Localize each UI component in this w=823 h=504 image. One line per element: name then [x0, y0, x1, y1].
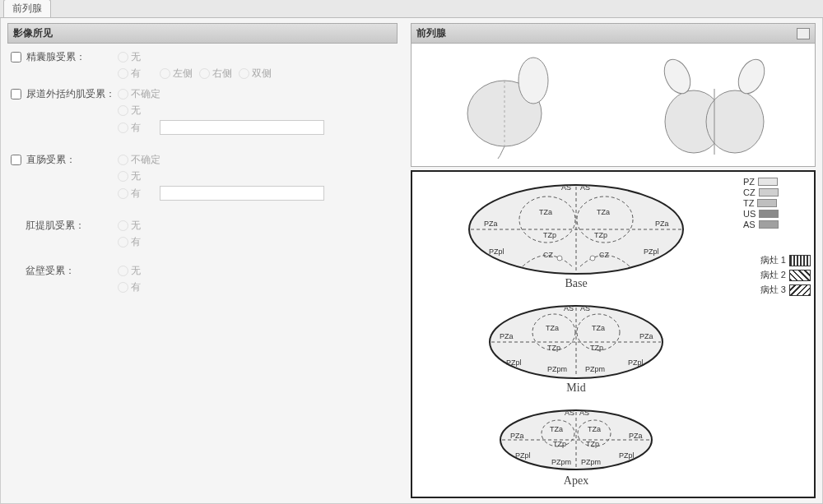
svg-text:PZa: PZa [639, 332, 653, 340]
left-panel: 影像所见 精囊腺受累： 无 有 左侧 右侧 双侧 [1, 18, 404, 503]
radio-side-left[interactable]: 左侧 [160, 67, 193, 81]
svg-text:TZp: TZp [594, 231, 607, 239]
text-input-rectum[interactable] [160, 186, 324, 201]
radio-option[interactable]: 无 [118, 219, 141, 233]
label-text: 尿道外括约肌受累： [26, 87, 115, 101]
radio-option[interactable]: 无 [118, 169, 324, 183]
row-label: 盆壁受累： [11, 264, 118, 278]
section-base[interactable]: AS AS TZa TZa PZa PZa TZp TZp CZ CZ PZpl… [461, 180, 691, 292]
preview-thumbnails [411, 44, 816, 167]
swatch [758, 178, 778, 186]
svg-text:TZp: TZp [543, 231, 556, 239]
checkbox-urethral-sphincter[interactable] [11, 89, 21, 99]
svg-text:TZa: TZa [592, 324, 605, 332]
legend-as: AS [743, 220, 811, 229]
svg-text:CZ: CZ [543, 251, 553, 259]
legend-cz: CZ [743, 187, 811, 197]
legend-pz: PZ [743, 177, 811, 187]
radio-side-both[interactable]: 双侧 [239, 67, 272, 81]
radio-side-right[interactable]: 右侧 [199, 67, 232, 81]
lesion-legend: 病灶 1 病灶 2 病灶 3 [743, 254, 811, 296]
radio-option[interactable]: 不确定 [118, 153, 324, 167]
side-options: 左侧 右侧 双侧 [160, 67, 272, 81]
radio-option[interactable]: 无 [118, 104, 324, 118]
row-seminal-vesicle: 精囊腺受累： 无 有 左侧 右侧 双侧 [7, 49, 398, 82]
svg-text:PZpl: PZpl [489, 247, 504, 256]
tab-strip: 前列腺 [0, 0, 823, 18]
svg-text:CZ: CZ [599, 251, 609, 259]
section-label: Base [461, 277, 691, 290]
svg-text:PZa: PZa [510, 432, 524, 440]
svg-text:AS: AS [579, 409, 589, 417]
svg-text:PZpl: PZpl [506, 358, 522, 367]
svg-text:PZa: PZa [629, 432, 643, 440]
legend-us: US [743, 209, 811, 219]
options: 不确定 无 有 [118, 153, 324, 201]
preview-title: 前列腺 [416, 26, 446, 40]
svg-text:AS: AS [565, 409, 574, 417]
label-text: 盆壁受累： [26, 264, 75, 278]
svg-text:PZa: PZa [500, 332, 514, 340]
row-label: 直肠受累： [11, 153, 118, 167]
row-urethral-sphincter: 尿道外括约肌受累： 不确定 无 有 [7, 86, 398, 136]
options: 无 有 [118, 219, 141, 249]
preview-header: 前列腺 [411, 23, 816, 44]
zone-diagram: AS AS TZa TZa PZa PZa TZp TZp CZ CZ PZpl… [411, 170, 816, 498]
thumbnail-sagittal[interactable] [412, 44, 613, 166]
row-label: 肛提肌受累： [11, 219, 118, 233]
zone-legend: PZ CZ TZ US AS [743, 177, 811, 229]
radio-option[interactable]: 无 [118, 50, 272, 64]
section-label: Mid [481, 381, 671, 395]
svg-text:PZa: PZa [484, 220, 498, 228]
row-pelvic-wall: 盆壁受累： 无 有 [7, 262, 398, 296]
row-rectum: 直肠受累： 不确定 无 有 [7, 151, 398, 202]
checkbox-seminal-vesicle[interactable] [11, 52, 21, 62]
svg-text:PZpl: PZpl [619, 451, 635, 460]
radio-option[interactable]: 有 [118, 67, 141, 81]
section-mid[interactable]: AS AS TZa TZa PZa PZa TZp TZp PZpl PZpm … [481, 301, 671, 396]
row-levator-ani: 肛提肌受累： 无 有 [7, 217, 398, 251]
radio-option[interactable]: 无 [118, 264, 141, 278]
lesion-1: 病灶 1 [743, 254, 811, 266]
svg-text:AS: AS [580, 304, 590, 312]
tab-prostate[interactable]: 前列腺 [3, 0, 51, 17]
svg-text:PZa: PZa [655, 220, 669, 228]
sections-column: AS AS TZa TZa PZa PZa TZp TZp CZ CZ PZpl… [412, 172, 740, 497]
section-apex[interactable]: AS AS TZa TZa PZa TZp TZp PZa PZpl PZpm … [494, 405, 658, 489]
checkbox-rectum[interactable] [11, 155, 21, 165]
svg-text:AS: AS [580, 183, 590, 192]
row-label: 尿道外括约肌受累： [11, 87, 118, 101]
legend-tz: TZ [743, 198, 811, 208]
svg-text:AS: AS [564, 304, 574, 312]
row-label: 精囊腺受累： [11, 50, 118, 64]
svg-text:PZpm: PZpm [551, 458, 571, 466]
radio-option[interactable]: 有 [118, 121, 141, 135]
imaging-findings-header: 影像所见 [7, 23, 398, 44]
svg-text:PZpm: PZpm [547, 365, 567, 373]
lesion-2: 病灶 2 [743, 269, 811, 281]
main-area: 影像所见 精囊腺受累： 无 有 左侧 右侧 双侧 [0, 18, 823, 504]
radio-option[interactable]: 有 [118, 187, 141, 201]
svg-text:AS: AS [561, 183, 571, 192]
options: 不确定 无 有 [118, 87, 324, 135]
svg-text:TZp: TZp [547, 344, 560, 352]
radio-option[interactable]: 不确定 [118, 87, 324, 101]
svg-text:PZpl: PZpl [644, 247, 659, 256]
options: 无 有 左侧 右侧 双侧 [118, 50, 272, 81]
radio-option[interactable]: 有 [118, 235, 141, 249]
text-input-urethral[interactable] [160, 120, 324, 135]
svg-text:PZpl: PZpl [628, 358, 644, 367]
legend-column: PZ CZ TZ US AS 病灶 1 病灶 2 病灶 3 [740, 172, 814, 497]
thumbnail-coronal[interactable] [613, 44, 815, 166]
radio-option[interactable]: 有 [118, 280, 141, 294]
svg-text:PZpl: PZpl [515, 451, 531, 460]
section-label: Apex [494, 474, 658, 488]
svg-text:TZa: TZa [550, 425, 563, 433]
svg-text:TZp: TZp [590, 344, 603, 352]
label-text: 精囊腺受累： [26, 50, 86, 64]
svg-text:TZa: TZa [539, 208, 552, 216]
expand-icon[interactable] [797, 28, 810, 39]
svg-text:TZp: TZp [586, 440, 599, 448]
right-panel: 前列腺 [404, 18, 822, 503]
svg-text:PZpm: PZpm [581, 458, 601, 466]
